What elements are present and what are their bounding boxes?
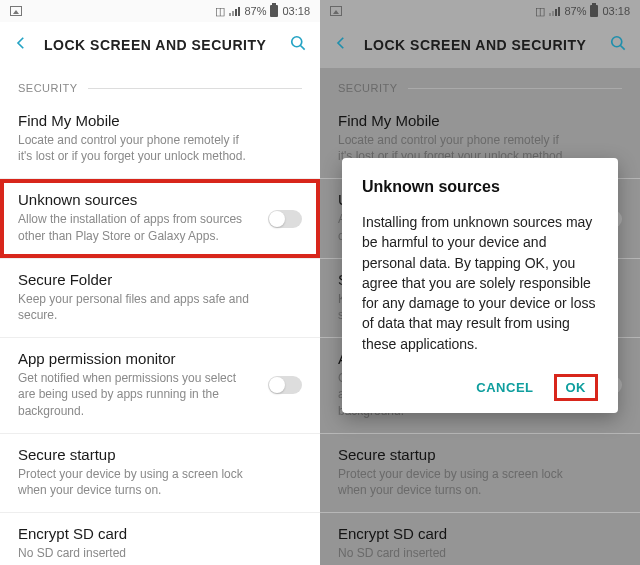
data-icon: ◫ xyxy=(215,5,225,18)
clock: 03:18 xyxy=(282,5,310,17)
item-unknown-sources[interactable]: Unknown sources Allow the installation o… xyxy=(0,179,320,258)
dialog-title: Unknown sources xyxy=(362,178,598,196)
item-desc: No SD card inserted xyxy=(18,545,302,561)
section-label: SECURITY xyxy=(18,82,78,94)
battery-icon xyxy=(270,5,278,17)
battery-percent: 87% xyxy=(244,5,266,17)
item-title: App permission monitor xyxy=(18,350,302,367)
svg-point-0 xyxy=(292,37,302,47)
app-bar: LOCK SCREEN AND SECURITY xyxy=(0,22,320,68)
item-app-permission-monitor[interactable]: App permission monitor Get notified when… xyxy=(0,338,320,434)
toggle-unknown-sources[interactable] xyxy=(268,210,302,228)
item-desc: Allow the installation of apps from sour… xyxy=(18,211,302,243)
screen-settings: ◫ 87% 03:18 LOCK SCREEN AND SECURITY SEC… xyxy=(0,0,320,565)
item-secure-startup[interactable]: Secure startup Protect your device by us… xyxy=(0,434,320,513)
item-title: Secure Folder xyxy=(18,271,302,288)
item-secure-folder[interactable]: Secure Folder Keep your personal files a… xyxy=(0,259,320,338)
item-title: Secure startup xyxy=(18,446,302,463)
item-title: Encrypt SD card xyxy=(18,525,302,542)
item-desc: Get notified when permissions you select… xyxy=(18,370,302,419)
screen-dialog: ◫ 87% 03:18 LOCK SCREEN AND SECURITY SEC… xyxy=(320,0,640,565)
status-bar: ◫ 87% 03:18 xyxy=(0,0,320,22)
page-title: LOCK SCREEN AND SECURITY xyxy=(44,37,274,53)
ok-button[interactable]: OK xyxy=(554,374,599,401)
divider xyxy=(88,88,302,89)
back-button[interactable] xyxy=(12,34,30,56)
item-desc: Protect your device by using a screen lo… xyxy=(18,466,302,498)
settings-list: SECURITY Find My Mobile Locate and contr… xyxy=(0,68,320,565)
dialog-body: Installing from unknown sources may be h… xyxy=(362,212,598,354)
search-button[interactable] xyxy=(288,33,308,57)
toggle-permission-monitor[interactable] xyxy=(268,376,302,394)
signal-icon xyxy=(229,7,240,16)
picture-icon xyxy=(10,6,22,16)
item-encrypt-sd[interactable]: Encrypt SD card No SD card inserted xyxy=(0,513,320,565)
item-title: Find My Mobile xyxy=(18,112,302,129)
item-desc: Keep your personal files and apps safe a… xyxy=(18,291,302,323)
dialog-actions: CANCEL OK xyxy=(362,372,598,403)
section-header: SECURITY xyxy=(0,68,320,100)
item-find-my-mobile[interactable]: Find My Mobile Locate and control your p… xyxy=(0,100,320,179)
dialog-unknown-sources: Unknown sources Installing from unknown … xyxy=(342,158,618,413)
item-title: Unknown sources xyxy=(18,191,302,208)
item-desc: Locate and control your phone remotely i… xyxy=(18,132,302,164)
cancel-button[interactable]: CANCEL xyxy=(466,372,543,403)
